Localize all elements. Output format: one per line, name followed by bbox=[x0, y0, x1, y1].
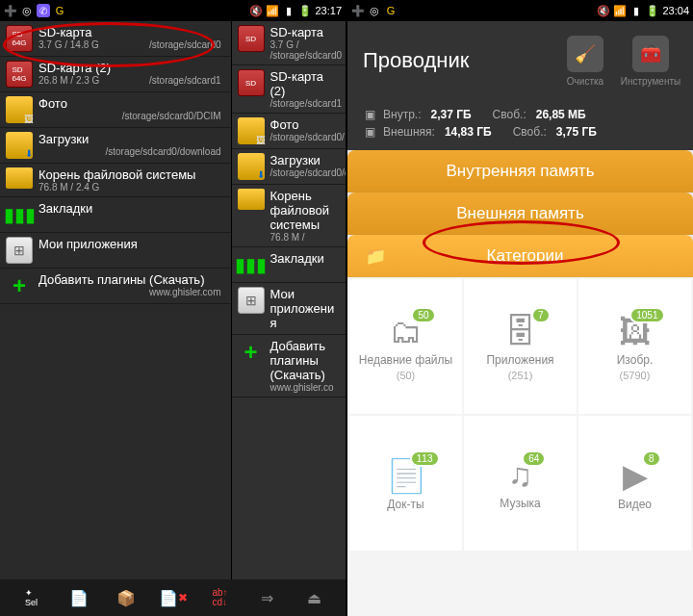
list-item[interactable]: ▮▮▮ Закладки bbox=[0, 197, 231, 233]
add-plugin-icon: + bbox=[6, 272, 33, 299]
disk-icon: ▣ bbox=[365, 108, 375, 121]
tab-external-memory[interactable]: Внешняя память bbox=[347, 192, 693, 235]
page-title: Проводник bbox=[363, 48, 547, 73]
sort-button[interactable]: ab↑cd↓ bbox=[206, 583, 235, 612]
apk-icon: 🗄7 bbox=[504, 313, 537, 350]
recent-files-icon: 🗂50 bbox=[390, 313, 423, 350]
signal-icon: ▮ bbox=[629, 4, 643, 17]
list-item[interactable]: ⊞ Мои приложения bbox=[232, 283, 346, 335]
list-item[interactable]: SD64G SD-карта 3.7 G / 14.8 G/storage/sd… bbox=[0, 21, 231, 57]
category-documents[interactable]: 📄113 Док-ты bbox=[349, 416, 462, 551]
document-icon: 📄113 bbox=[386, 456, 426, 495]
list-item[interactable]: Корень файловой системы 76.8 M / bbox=[232, 185, 346, 247]
status-time: 23:04 bbox=[662, 5, 689, 16]
list-item[interactable]: SD SD-карта (2) /storage/sdcard1 bbox=[232, 65, 346, 114]
storage-tabs: Внутренняя память Внешняя память 📁 Катег… bbox=[347, 150, 693, 277]
wifi-icon: 📶 bbox=[266, 4, 279, 17]
wifi-icon: 📶 bbox=[613, 4, 627, 17]
list-item[interactable]: + Добавить плагины (Скачать) www.ghisler… bbox=[0, 269, 231, 304]
toolbox-icon: 🧰 bbox=[632, 36, 669, 72]
list-item[interactable]: ⊞ Мои приложения bbox=[0, 233, 231, 269]
bottom-toolbar: ✦Sel 📄 📦 📄✖ ab↑cd↓ ⇒ ⏏ bbox=[0, 579, 346, 616]
broom-icon: 🧹 bbox=[567, 36, 603, 72]
photo-folder-icon bbox=[6, 96, 33, 123]
status-time: 23:17 bbox=[315, 5, 342, 16]
status-bar-right: ➕ ◎ G 🔇 📶 ▮ 🔋 23:04 bbox=[347, 0, 693, 21]
list-item[interactable]: SD SD-карта 3.7 G //storage/sdcard0 bbox=[232, 21, 346, 65]
music-icon: ♫64 bbox=[508, 456, 533, 494]
list-item[interactable]: Корень файловой системы 76.8 M / 2.4 G bbox=[0, 164, 231, 197]
list-item[interactable]: Фото /storage/sdcard0/ bbox=[232, 114, 346, 149]
storage-summary: ▣ Внутр.: 2,37 ГБ Своб.: 26,85 МБ ▣ Внеш… bbox=[347, 100, 693, 150]
list-item[interactable]: Загрузки /storage/sdcard0/download bbox=[232, 149, 346, 185]
cleanup-button[interactable]: 🧹 Очистка bbox=[558, 36, 612, 87]
category-apps[interactable]: 🗄7 Приложения (251) bbox=[464, 279, 577, 414]
right-app-explorer: ➕ ◎ G 🔇 📶 ▮ 🔋 23:04 Проводник 🧹 Очистка … bbox=[347, 0, 693, 616]
app-header: Проводник 🧹 Очистка 🧰 Инструменты bbox=[347, 21, 693, 100]
pane-left[interactable]: SD64G SD-карта 3.7 G / 14.8 G/storage/sd… bbox=[0, 21, 232, 579]
disk-icon: ▣ bbox=[365, 125, 375, 139]
viber-icon: ✆ bbox=[37, 4, 50, 17]
settings-icon: ◎ bbox=[20, 4, 34, 17]
exit-button[interactable]: ⏏ bbox=[300, 583, 329, 612]
tab-categories[interactable]: 📁 Категории bbox=[347, 235, 693, 277]
image-icon: 🖼1051 bbox=[619, 313, 652, 350]
add-plugin-icon: + bbox=[238, 339, 265, 366]
download-folder-icon bbox=[238, 153, 265, 180]
apps-icon: ⊞ bbox=[6, 237, 33, 264]
pack-button[interactable]: 📦 bbox=[112, 583, 141, 612]
go-button[interactable]: ⇒ bbox=[253, 583, 282, 612]
photo-folder-icon bbox=[238, 117, 265, 144]
category-music[interactable]: ♫64 Музыка bbox=[464, 416, 577, 551]
pane-right[interactable]: SD SD-карта 3.7 G //storage/sdcard0 SD S… bbox=[232, 21, 346, 579]
status-bar-left: ➕ ◎ ✆ G 🔇 📶 ▮ 🔋 23:17 bbox=[0, 0, 346, 21]
status-system-icons: 🔇 📶 ▮ 🔋 23:17 bbox=[249, 4, 342, 17]
bookmarks-icon: ▮▮▮ bbox=[6, 201, 33, 228]
plus-icon: ➕ bbox=[351, 4, 365, 17]
tab-internal-memory[interactable]: Внутренняя память bbox=[347, 150, 693, 192]
app-icon: G bbox=[53, 4, 66, 17]
category-video[interactable]: ▶8 Видео bbox=[578, 416, 691, 551]
category-images[interactable]: 🖼1051 Изобр. (5790) bbox=[578, 279, 691, 414]
download-folder-icon bbox=[6, 132, 33, 159]
left-app-totalcommander: ➕ ◎ ✆ G 🔇 📶 ▮ 🔋 23:17 SD64G SD-карта 3.7… bbox=[0, 0, 347, 616]
list-item[interactable]: ▮▮▮ Закладки bbox=[232, 247, 346, 283]
copy-button[interactable]: 📄 bbox=[64, 583, 93, 612]
list-item[interactable]: SD64G SD-карта (2) 26.8 M / 2.3 G/storag… bbox=[0, 57, 231, 92]
delete-button[interactable]: 📄✖ bbox=[159, 583, 188, 612]
mute-icon: 🔇 bbox=[249, 4, 263, 17]
select-button[interactable]: ✦Sel bbox=[17, 583, 46, 612]
battery-icon: 🔋 bbox=[646, 4, 659, 17]
dual-pane-container: SD64G SD-карта 3.7 G / 14.8 G/storage/sd… bbox=[0, 21, 346, 579]
folder-icon: 📁 bbox=[365, 245, 386, 267]
sd-card-icon: SD bbox=[238, 25, 265, 52]
app-icon: G bbox=[384, 4, 398, 17]
settings-icon: ◎ bbox=[368, 4, 381, 17]
video-icon: ▶8 bbox=[623, 456, 648, 495]
battery-icon: 🔋 bbox=[298, 4, 312, 17]
folder-icon bbox=[6, 167, 33, 189]
category-recent-files[interactable]: 🗂50 Недавние файлы (50) bbox=[349, 279, 462, 414]
status-notif-icons: ➕ ◎ ✆ G bbox=[4, 4, 66, 17]
item-title: SD-карта bbox=[38, 25, 225, 39]
category-grid: 🗂50 Недавние файлы (50) 🗄7 Приложения (2… bbox=[347, 277, 693, 616]
mute-icon: 🔇 bbox=[597, 4, 610, 17]
sd-card-icon: SD64G bbox=[6, 61, 33, 88]
tools-button[interactable]: 🧰 Инструменты bbox=[624, 36, 678, 87]
sd-card-icon: SD bbox=[238, 69, 265, 96]
sd-card-icon: SD64G bbox=[6, 25, 33, 52]
list-item[interactable]: Загрузки /storage/sdcard0/download bbox=[0, 128, 231, 164]
apps-icon: ⊞ bbox=[238, 287, 265, 314]
list-item[interactable]: Фото /storage/sdcard0/DCIM bbox=[0, 92, 231, 128]
folder-icon bbox=[238, 189, 265, 210]
list-item[interactable]: + Добавить плагины (Скачать) www.ghisler… bbox=[232, 335, 346, 398]
bookmarks-icon: ▮▮▮ bbox=[238, 251, 265, 278]
signal-icon: ▮ bbox=[282, 4, 295, 17]
plus-icon: ➕ bbox=[4, 4, 17, 17]
